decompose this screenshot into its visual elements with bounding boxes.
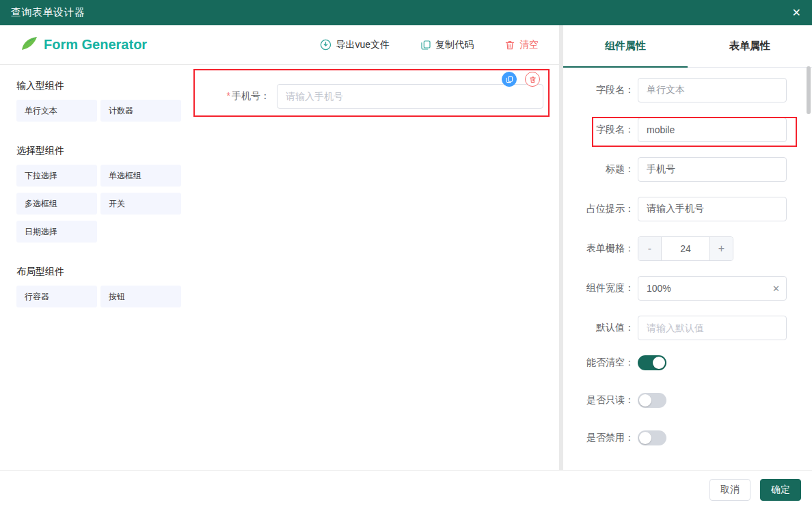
title-input[interactable] [638,157,787,182]
clear-input-icon[interactable]: ✕ [772,284,780,294]
component-item-single-line-text[interactable]: 单行文本 [16,100,97,122]
component-grid: 单行文本 计数器 [16,100,181,122]
prop-row-grid: 表单栅格： - 24 + [563,236,787,261]
trash-icon [504,40,515,51]
prop-label: 标题： [563,163,634,176]
copy-icon [420,40,431,51]
properties-panel: 组件属性 表单属性 字段名： 字段名： 标题： 占位提示： [563,25,812,470]
component-item-row-container[interactable]: 行容器 [16,286,97,307]
dialog-title: 查询表单设计器 [11,6,85,19]
disabled-toggle[interactable] [638,430,666,445]
prop-row-placeholder: 占位提示： [563,197,787,221]
export-vue-button[interactable]: 导出vue文件 [320,39,390,51]
drawing-board: *手机号： [189,65,559,470]
props-tabs: 组件属性 表单属性 [563,25,812,68]
prop-label: 是否只读： [563,394,634,407]
tab-component-props[interactable]: 组件属性 [563,25,688,67]
designer-work-row: 输入型组件 单行文本 计数器 选择型组件 下拉选择 单选框组 多选框组 开关 [0,65,559,470]
stepper-decrease-button[interactable]: - [638,237,662,260]
prop-label: 表单栅格： [563,243,634,255]
leaf-icon [21,35,38,55]
section-title: 布局型组件 [16,266,189,278]
scrollbar-thumb[interactable] [807,66,811,114]
prop-label: 默认值： [563,322,634,334]
toggle-knob [653,357,665,369]
tab-form-props[interactable]: 表单属性 [688,25,812,67]
component-grid: 下拉选择 单选框组 多选框组 开关 日期选择 [16,165,181,243]
mobile-preview-input[interactable] [277,84,543,109]
component-item-checkbox-group[interactable]: 多选框组 [16,193,97,215]
duplicate-field-button[interactable] [502,72,517,87]
clear-label: 清空 [519,39,539,51]
component-item-button[interactable]: 按钮 [100,286,181,307]
dialog-titlebar: 查询表单设计器 ✕ [0,0,812,25]
clear-button[interactable]: 清空 [504,39,539,51]
prop-label: 是否禁用： [563,432,634,444]
prop-row-readonly: 是否只读： [563,393,787,408]
canvas-toolbar: 导出vue文件 复制代码 [320,39,539,51]
component-item-select[interactable]: 下拉选择 [16,165,97,187]
dialog-content: Form Generator 导出vue文件 [0,25,812,470]
width-input[interactable] [638,276,787,301]
section-select-components: 选择型组件 下拉选择 单选框组 多选框组 开关 日期选择 [16,145,189,243]
prop-row-title: 标题： [563,157,787,182]
prop-label: 组件宽度： [563,282,634,294]
width-input-wrap: ✕ [638,276,787,301]
prop-label: 字段名： [563,124,634,136]
form-designer-dialog: 查询表单设计器 ✕ Form Generator [0,0,812,509]
field-label: *手机号： [217,90,270,102]
prop-row-default-value: 默认值： [563,316,787,340]
delete-field-button[interactable] [525,72,540,87]
toggle-knob [639,394,651,407]
section-title: 输入型组件 [16,80,189,92]
copy-code-button[interactable]: 复制代码 [420,39,474,51]
grid-stepper: - 24 + [638,236,733,261]
props-body: 字段名： 字段名： 标题： 占位提示： 表单栅格： [563,68,812,470]
component-type-input[interactable] [638,78,787,102]
prop-row-disabled: 是否禁用： [563,430,787,445]
dialog-footer: 取消 确定 [0,470,812,509]
close-icon[interactable]: ✕ [792,8,801,18]
section-title: 选择型组件 [16,145,189,157]
designer-header-row: Form Generator 导出vue文件 [0,25,559,65]
cancel-button[interactable]: 取消 [709,479,750,501]
field-action-buttons [502,72,540,87]
brand-logo: Form Generator [21,35,147,55]
copy-code-label: 复制代码 [435,39,474,51]
confirm-button[interactable]: 确定 [760,479,801,501]
required-mark: * [227,90,230,101]
download-icon [320,39,331,51]
component-grid: 行容器 按钮 [16,286,181,307]
prop-row-width: 组件宽度： ✕ [563,276,787,301]
readonly-toggle[interactable] [638,393,666,408]
component-item-counter[interactable]: 计数器 [100,100,181,122]
prop-row-field-name: 字段名： [563,118,787,142]
placeholder-input[interactable] [638,197,787,221]
brand-name: Form Generator [44,37,147,53]
component-item-radio-group[interactable]: 单选框组 [100,165,181,187]
prop-label: 字段名： [563,84,634,96]
section-layout-components: 布局型组件 行容器 按钮 [16,266,189,307]
field-name-input[interactable] [638,118,787,142]
stepper-value[interactable]: 24 [662,237,709,260]
default-value-input[interactable] [638,316,787,340]
export-vue-label: 导出vue文件 [336,39,390,51]
prop-label: 占位提示： [563,203,634,215]
prop-label: 能否清空： [563,357,634,369]
toggle-knob [639,432,651,444]
component-item-switch[interactable]: 开关 [100,193,181,215]
prop-row-clearable: 能否清空： [563,355,787,370]
section-input-components: 输入型组件 单行文本 计数器 [16,80,189,122]
component-library: 输入型组件 单行文本 计数器 选择型组件 下拉选择 单选框组 多选框组 开关 [0,65,189,470]
component-item-date-picker[interactable]: 日期选择 [16,221,97,243]
clearable-toggle[interactable] [638,355,666,370]
designer-left-area: Form Generator 导出vue文件 [0,25,559,470]
prop-row-component-type: 字段名： [563,78,787,102]
stepper-increase-button[interactable]: + [709,237,733,260]
form-field-mobile[interactable]: *手机号： [189,65,559,109]
